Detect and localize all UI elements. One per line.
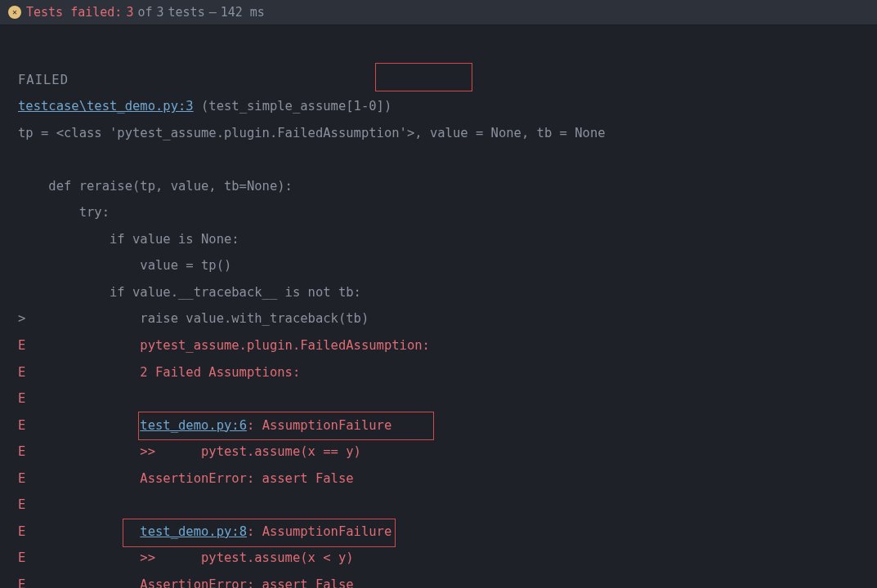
error-line: E >> pytest.assume(x < y) bbox=[18, 545, 877, 572]
test-name: (test_simple_assume[1-0]) bbox=[194, 99, 392, 114]
code-line: value = tp() bbox=[18, 252, 877, 279]
error-line: E 2 Failed Assumptions: bbox=[18, 359, 877, 386]
failed-label: FAILED bbox=[18, 67, 877, 94]
blank-line bbox=[18, 146, 877, 173]
error-line: E AssertionError: assert False bbox=[18, 572, 877, 588]
file-link[interactable]: test_demo.py:8 bbox=[140, 524, 247, 539]
duration: 142 ms bbox=[221, 5, 265, 20]
code-line: try: bbox=[18, 199, 877, 226]
tests-word: tests bbox=[168, 5, 205, 20]
error-line: E bbox=[18, 385, 877, 412]
error-prefix: E bbox=[18, 418, 140, 433]
test-result-header: Tests failed: 3 of 3 tests – 142 ms bbox=[0, 0, 877, 25]
code-line: > raise value.with_traceback(tb) bbox=[18, 305, 877, 332]
error-line: E pytest_assume.plugin.FailedAssumption: bbox=[18, 332, 877, 359]
error-icon bbox=[8, 6, 21, 19]
error-prefix: E bbox=[18, 524, 140, 539]
console-output[interactable]: FAILEDtestcase\test_demo.py:3 (test_simp… bbox=[0, 25, 877, 588]
error-line: E test_demo.py:8: AssumptionFailure bbox=[18, 519, 877, 546]
error-line: E bbox=[18, 492, 877, 519]
failed-count: 3 bbox=[126, 5, 133, 20]
tp-line: tp = <class 'pytest_assume.plugin.Failed… bbox=[18, 120, 877, 147]
error-suffix: : AssumptionFailure bbox=[247, 524, 392, 539]
error-line: E >> pytest.assume(x == y) bbox=[18, 439, 877, 466]
file-link[interactable]: testcase\test_demo.py:3 bbox=[18, 99, 194, 114]
code-line: if value is None: bbox=[18, 226, 877, 253]
code-line: def reraise(tp, value, tb=None): bbox=[18, 173, 877, 200]
error-line: E test_demo.py:6: AssumptionFailure bbox=[18, 412, 877, 439]
code-line: if value.__traceback__ is not tb: bbox=[18, 279, 877, 306]
of-label: of bbox=[137, 5, 152, 20]
total-count: 3 bbox=[157, 5, 164, 20]
error-line: E AssertionError: assert False bbox=[18, 466, 877, 492]
error-suffix: : AssumptionFailure bbox=[247, 418, 392, 433]
dash: – bbox=[209, 5, 217, 20]
file-link[interactable]: test_demo.py:6 bbox=[140, 418, 247, 433]
tests-failed-label: Tests failed: bbox=[26, 5, 122, 20]
test-location-line: testcase\test_demo.py:3 (test_simple_ass… bbox=[18, 93, 877, 120]
header-text: Tests failed: 3 of 3 tests – 142 ms bbox=[26, 5, 265, 20]
